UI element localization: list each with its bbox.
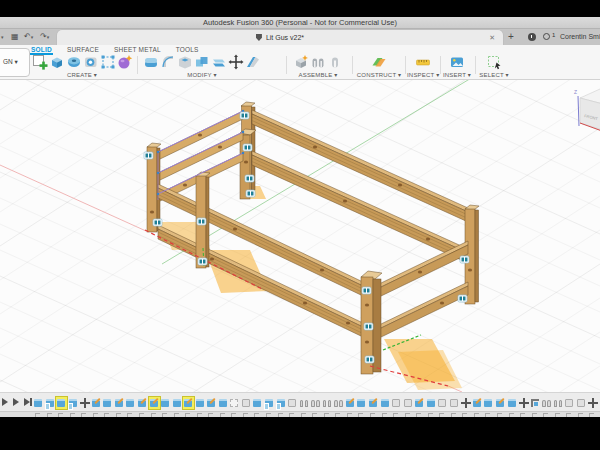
timeline-feature-body[interactable] (195, 397, 206, 409)
timeline-feature-comp[interactable] (276, 397, 287, 409)
timeline-feature-comp[interactable] (68, 397, 79, 409)
timeline-feature-ghost[interactable] (229, 397, 240, 409)
apps-grid-icon[interactable]: ▦ (11, 31, 19, 43)
insert-image-icon[interactable] (449, 54, 465, 70)
timeline-feature-joint[interactable] (333, 397, 344, 409)
timeline-feature-joint[interactable] (553, 397, 564, 409)
extrude-icon[interactable] (49, 54, 65, 70)
joint-origin-icon[interactable] (245, 175, 254, 182)
timeline-feature-joint[interactable] (310, 397, 321, 409)
window-select-icon[interactable] (486, 54, 502, 70)
caret-down-icon[interactable]: ▾ (1, 31, 4, 43)
timeline-feature-body[interactable] (33, 397, 44, 409)
joint-origin-icon[interactable] (243, 144, 252, 151)
new-component-icon[interactable] (293, 54, 309, 70)
rectangular-pattern-icon[interactable] (100, 54, 116, 70)
timeline-feature-body[interactable] (380, 397, 391, 409)
timeline-feature-sketch[interactable] (91, 397, 102, 409)
joint-origin-icon[interactable] (460, 256, 469, 263)
timeline-feature-sketch[interactable] (414, 397, 425, 409)
step-forward-button[interactable] (13, 398, 19, 406)
joint-origin-icon[interactable] (144, 152, 153, 159)
timeline-feature-comp[interactable] (45, 397, 56, 409)
timeline-feature-gray[interactable] (403, 397, 414, 409)
create-dropdown[interactable]: CREATE ▾ (30, 71, 134, 78)
inspect-dropdown[interactable]: INSPECT ▾ (407, 71, 439, 78)
fillet-icon[interactable] (160, 54, 176, 70)
timeline-feature-gray[interactable] (576, 397, 587, 409)
timeline-feature-gray[interactable] (241, 397, 252, 409)
construct-dropdown[interactable]: CONSTRUCT ▾ (354, 71, 404, 78)
timeline-feature-body[interactable] (356, 397, 367, 409)
timeline-feature-sketch[interactable] (206, 397, 217, 409)
insert-dropdown[interactable]: INSERT ▾ (442, 71, 472, 78)
workspace-selector[interactable]: GN ▾ (0, 48, 30, 77)
joint-icon[interactable] (310, 54, 326, 70)
timeline-feature-gray[interactable] (391, 397, 402, 409)
timeline-feature-move[interactable] (79, 397, 90, 409)
timeline-feature-joint[interactable] (299, 397, 310, 409)
combine-icon[interactable] (194, 54, 210, 70)
revolve-icon[interactable] (66, 54, 82, 70)
timeline-feature-body[interactable] (172, 397, 183, 409)
3d-viewport[interactable]: Z FRONT (0, 80, 600, 392)
play-button[interactable] (2, 398, 8, 406)
joint-origin-icon[interactable] (198, 258, 207, 265)
view-cube[interactable]: Z FRONT (574, 89, 600, 131)
timeline-feature-sketch[interactable] (495, 397, 506, 409)
shell-icon[interactable] (177, 54, 193, 70)
skip-to-end-button[interactable] (24, 398, 30, 406)
timeline-feature-body[interactable] (218, 397, 229, 409)
offset-face-icon[interactable] (211, 54, 227, 70)
timeline-feature-move[interactable] (518, 397, 529, 409)
redo-icon[interactable]: ↷▾ (40, 31, 49, 43)
timeline-feature-gray[interactable] (449, 397, 460, 409)
timeline-feature-sketch[interactable] (114, 397, 125, 409)
timeline-feature-gray[interactable] (287, 397, 298, 409)
timeline-feature-sketch[interactable] (183, 397, 194, 409)
timeline-feature-body[interactable] (252, 397, 263, 409)
joint-origin-icon[interactable] (153, 219, 162, 226)
press-pull-icon[interactable] (143, 54, 159, 70)
joint-origin-icon[interactable] (362, 287, 371, 294)
timeline-feature-sketch[interactable] (368, 397, 379, 409)
joint-origin-icon[interactable] (246, 190, 255, 197)
timeline-feature-sketch[interactable] (137, 397, 148, 409)
timeline-feature-joint[interactable] (541, 397, 552, 409)
joint-origin-icon[interactable] (364, 323, 373, 330)
tab-sheet-metal[interactable]: SHEET METAL (114, 45, 161, 54)
recent-files-icon[interactable] (528, 33, 536, 41)
joint-origin-icon[interactable] (240, 112, 249, 119)
draft-icon[interactable] (245, 54, 261, 70)
timeline-feature-body[interactable] (102, 397, 113, 409)
timeline-feature-comp[interactable] (264, 397, 275, 409)
timeline-feature-joint[interactable] (322, 397, 333, 409)
timeline-feature-gray[interactable] (437, 397, 448, 409)
timeline-feature-body[interactable] (56, 397, 67, 409)
user-account-button[interactable]: Corentin Smi (560, 33, 600, 40)
timeline-feature-move[interactable] (460, 397, 471, 409)
timeline-feature-gray[interactable] (564, 397, 575, 409)
measure-icon[interactable] (415, 54, 431, 70)
timeline-feature-body[interactable] (507, 397, 518, 409)
joint-origin-icon[interactable] (365, 356, 374, 363)
timeline-feature-body[interactable] (426, 397, 437, 409)
timeline-feature-sketch[interactable] (345, 397, 356, 409)
timeline-feature-body[interactable] (125, 397, 136, 409)
notifications-gear-icon[interactable] (543, 33, 550, 40)
create-form-icon[interactable] (117, 54, 133, 70)
offset-plane-icon[interactable] (371, 54, 387, 70)
select-dropdown[interactable]: SELECT ▾ (477, 71, 511, 78)
timeline-feature-flag[interactable] (530, 397, 541, 409)
undo-icon[interactable]: ↶▾ (24, 31, 33, 43)
close-tab-icon[interactable]: ✕ (489, 33, 495, 42)
tab-surface[interactable]: SURFACE (67, 45, 99, 54)
sweep-icon[interactable] (83, 54, 99, 70)
assemble-dropdown[interactable]: ASSEMBLE ▾ (292, 71, 344, 78)
joint-origin-icon[interactable] (197, 218, 206, 225)
new-tab-button[interactable]: + (508, 31, 514, 43)
move-copy-icon[interactable] (228, 54, 244, 70)
tab-tools[interactable]: TOOLS (176, 45, 199, 54)
timeline-feature-move[interactable] (587, 397, 598, 409)
timeline-feature-body[interactable] (160, 397, 171, 409)
